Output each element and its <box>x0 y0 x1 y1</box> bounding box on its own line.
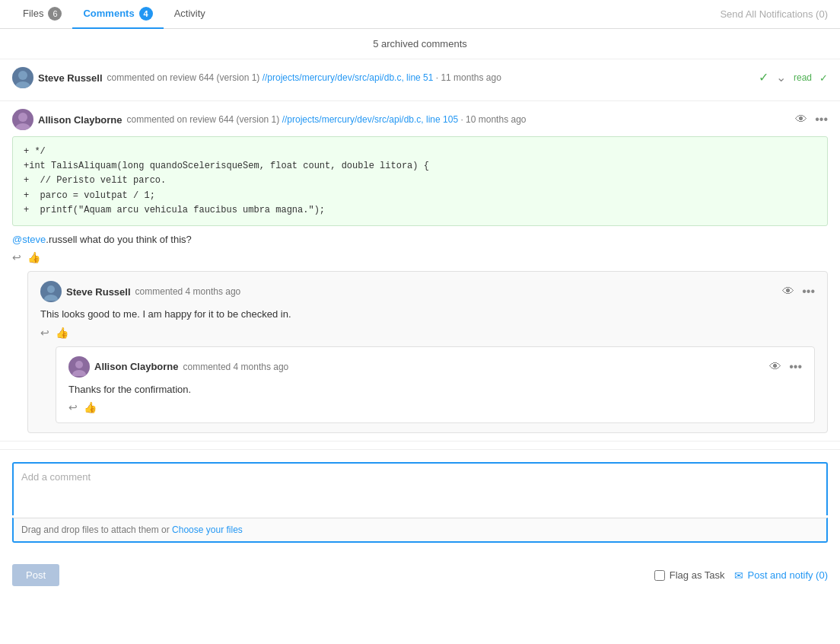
svg-point-6 <box>75 361 83 368</box>
post-notify-label: Post and notify (0) <box>748 569 829 581</box>
read-label-1: read <box>794 72 812 83</box>
bottom-actions: Post Flag as Task ✉ Post and notify (0) <box>0 555 840 595</box>
add-comment-section: Drag and drop files to attach them or Ch… <box>0 449 840 555</box>
checkmark-icon[interactable]: ✓ <box>759 72 768 84</box>
attach-bar: Drag and drop files to attach them or Ch… <box>12 518 828 543</box>
more-icon-nested-1[interactable]: ••• <box>789 361 802 373</box>
reply-icon-2[interactable]: ↩ <box>12 251 21 263</box>
svg-point-5 <box>44 295 58 301</box>
reaction-row-2: ↩ 👍 <box>12 251 828 263</box>
send-all-notifications-button[interactable]: Send All Notifications (0) <box>720 8 828 20</box>
read-check-icon: ✓ <box>819 72 828 84</box>
comment-link-1[interactable]: //projects/mercury/dev/src/api/db.c, lin… <box>262 72 434 83</box>
tab-comments-label: Comments <box>83 8 134 19</box>
comment-input[interactable] <box>12 462 828 515</box>
svg-point-7 <box>72 370 86 376</box>
thumbsup-icon-nested-1[interactable]: 👍 <box>84 401 97 413</box>
archived-comments-header: 5 archived comments <box>0 29 840 59</box>
nested-reply-block-1: Allison Clayborne commented 4 months ago… <box>56 347 814 423</box>
nested-reply-text-1: Thanks for the confirmation. <box>68 382 802 397</box>
comment-author-1: Steve Russell <box>38 72 103 84</box>
nav-tabs: Files 6 Comments 4 Activity <box>12 0 216 29</box>
comment-meta-1: Steve Russell commented on review 644 (v… <box>12 67 828 88</box>
comments-badge: 4 <box>139 7 153 21</box>
reply-text-1: This looks good to me. I am happy for it… <box>40 307 815 322</box>
comment-thread-2: Allison Clayborne commented on review 64… <box>0 101 840 442</box>
code-line-4: + parco = volutpat / 1; <box>24 189 816 203</box>
svg-point-4 <box>47 285 55 293</box>
more-icon-2[interactable]: ••• <box>815 113 828 126</box>
comment-link-2[interactable]: //projects/mercury/dev/src/api/db.c, lin… <box>282 114 458 125</box>
tab-comments[interactable]: Comments 4 <box>72 0 163 29</box>
reply-icon-reply-1[interactable]: ↩ <box>40 327 49 339</box>
flag-task-label: Flag as Task <box>670 569 725 581</box>
avatar-steve-reply <box>40 281 62 302</box>
eye-icon-2[interactable]: 👁 <box>795 113 807 126</box>
nested-reply-meta-1: Allison Clayborne commented 4 months ago… <box>68 356 802 378</box>
eye-icon-nested-1[interactable]: 👁 <box>769 361 781 373</box>
comment-meta-2: Allison Clayborne commented on review 64… <box>12 109 828 130</box>
reply-block-1: Steve Russell commented 4 months ago 👁 •… <box>28 272 827 432</box>
nested-reply-container: Allison Clayborne commented 4 months ago… <box>56 346 815 424</box>
thumbsup-icon-reply-1[interactable]: 👍 <box>56 327 68 339</box>
comment-info-2: commented on review 644 (version 1) //pr… <box>127 114 527 125</box>
tab-activity[interactable]: Activity <box>164 0 216 29</box>
eye-icon-reply-1[interactable]: 👁 <box>782 285 794 298</box>
attach-text: Drag and drop files to attach them or <box>21 524 172 535</box>
nested-reply-info-1: commented 4 months ago <box>183 362 289 372</box>
avatar-steve-1 <box>12 67 33 88</box>
reaction-row-reply-1: ↩ 👍 <box>40 327 815 339</box>
post-button[interactable]: Post <box>12 564 59 586</box>
comment-info-1: commented on review 644 (version 1) //pr… <box>107 72 501 83</box>
top-nav: Files 6 Comments 4 Activity Send All Not… <box>0 0 840 29</box>
comment-actions-2: 👁 ••• <box>795 113 828 126</box>
comment-actions-1: ✓ ⌄ read ✓ <box>759 72 828 84</box>
files-badge: 6 <box>48 7 62 21</box>
comment-time-2: · 10 months ago <box>460 114 526 125</box>
avatar-allison-reply <box>68 356 90 378</box>
code-line-2: +int TalisAliquam(long quandoScelerisque… <box>24 159 816 174</box>
code-line-3: + // Peristo velit parco. <box>24 174 816 188</box>
more-icon-reply-1[interactable]: ••• <box>802 285 815 298</box>
reply-icon-nested-1[interactable]: ↩ <box>68 401 78 413</box>
comment-text-2: @steve.russell what do you think of this… <box>12 232 828 247</box>
dropdown-icon-1[interactable]: ⌄ <box>776 72 786 84</box>
reply-info-1: commented 4 months ago <box>135 286 241 297</box>
reply-meta-1: Steve Russell commented 4 months ago 👁 •… <box>40 281 815 302</box>
flag-task-group: Flag as Task <box>654 569 725 581</box>
reply-actions-1: 👁 ••• <box>782 285 815 298</box>
mention-link[interactable]: @steve <box>12 234 46 245</box>
svg-point-3 <box>15 123 30 130</box>
svg-point-0 <box>18 71 27 80</box>
code-line-1: + */ <box>24 145 816 159</box>
reply-author-1: Steve Russell <box>66 286 131 298</box>
tab-files[interactable]: Files 6 <box>12 0 72 29</box>
replies-container: Steve Russell commented 4 months ago 👁 •… <box>27 271 828 433</box>
thumbsup-icon-2[interactable]: 👍 <box>27 251 40 263</box>
svg-point-1 <box>15 81 30 88</box>
envelope-icon: ✉ <box>734 569 743 582</box>
code-line-5: + printf("Aquam arcu vehicula faucibus u… <box>24 203 816 218</box>
comment-thread-1: Steve Russell commented on review 644 (v… <box>0 59 840 101</box>
nested-reply-author-1: Allison Clayborne <box>94 361 179 372</box>
reaction-row-nested-1: ↩ 👍 <box>68 401 802 413</box>
svg-point-2 <box>18 113 27 122</box>
code-block: + */ +int TalisAliquam(long quandoSceler… <box>12 136 828 226</box>
nested-reply-actions-1: 👁 ••• <box>769 361 802 373</box>
comment-time-1: · 11 months ago <box>436 72 501 83</box>
tab-files-label: Files <box>23 8 43 19</box>
post-notify-button[interactable]: ✉ Post and notify (0) <box>734 569 829 582</box>
flag-task-checkbox[interactable] <box>654 570 665 581</box>
tab-activity-label: Activity <box>174 8 205 19</box>
choose-files-link[interactable]: Choose your files <box>172 524 243 535</box>
avatar-allison-1 <box>12 109 33 130</box>
comment-author-2: Allison Clayborne <box>38 114 123 126</box>
